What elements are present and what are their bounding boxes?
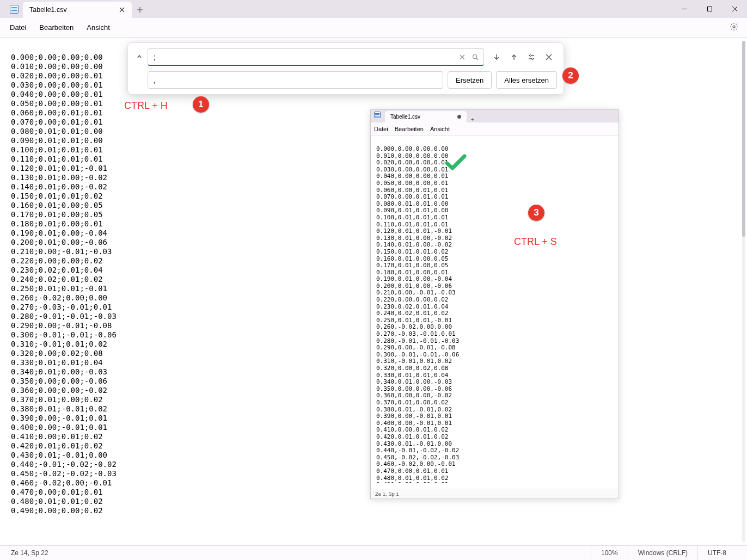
svg-point-4 <box>531 58 533 59</box>
step1-label: CTRL + H <box>124 100 168 112</box>
inset-titlebar: Tabelle1.csv + <box>371 110 619 122</box>
status-line-ending[interactable]: Windows (CRLF) <box>628 546 697 560</box>
close-find-icon[interactable] <box>541 49 557 65</box>
add-tab-button[interactable] <box>132 2 148 18</box>
replace-input[interactable] <box>148 71 443 89</box>
inset-app-icon <box>374 112 383 120</box>
unsaved-indicator-icon <box>457 115 461 119</box>
editor-content[interactable]: 0.000;0.00;0.00;0.00 0.010;0.00;0.00;0.0… <box>0 38 747 545</box>
find-replace-panel: Ersetzen Alles ersetzen <box>127 42 564 95</box>
find-prev-icon[interactable] <box>506 49 522 65</box>
step3-label: CTRL + S <box>514 236 557 248</box>
app-icon <box>5 0 23 18</box>
minimize-button[interactable] <box>672 0 697 18</box>
checkmark-icon <box>445 153 467 175</box>
inset-tab-title: Tabelle1.csv <box>390 114 420 120</box>
inset-menubar: Datei Bearbeiten Ansicht <box>371 122 619 136</box>
tab-title: Tabelle1.csv <box>29 6 67 14</box>
settings-icon[interactable] <box>724 19 744 36</box>
menu-edit[interactable]: Bearbeiten <box>33 20 80 35</box>
editor-text[interactable]: 0.000;0.00;0.00;0.00 0.010;0.00;0.00;0.0… <box>11 53 117 515</box>
menu-view[interactable]: Ansicht <box>80 20 117 35</box>
inset-menu-view[interactable]: Ansicht <box>430 126 450 132</box>
status-cursor-position[interactable]: Ze 14, Sp 22 <box>11 549 48 557</box>
scrollbar-thumb[interactable] <box>742 41 745 237</box>
inset-statusbar: Ze 1, Sp 1 <box>371 489 619 499</box>
window-close-button[interactable] <box>722 0 747 18</box>
inset-menu-file[interactable]: Datei <box>374 126 388 132</box>
step3-badge: 3 <box>528 205 544 221</box>
statusbar: Ze 14, Sp 22 100% Windows (CRLF) UTF-8 <box>0 545 747 560</box>
find-options-icon[interactable] <box>523 49 540 65</box>
svg-rect-0 <box>707 7 712 11</box>
find-input[interactable] <box>148 48 484 66</box>
collapse-icon[interactable] <box>134 48 144 65</box>
inset-add-tab[interactable]: + <box>467 116 479 122</box>
inset-window: Tabelle1.csv + Datei Bearbeiten Ansicht … <box>370 109 619 499</box>
search-icon[interactable] <box>470 52 481 63</box>
status-encoding[interactable]: UTF-8 <box>697 546 736 560</box>
menubar: Datei Bearbeiten Ansicht <box>0 18 747 38</box>
replace-button[interactable]: Ersetzen <box>448 71 492 89</box>
step2-badge: 2 <box>562 67 579 84</box>
status-zoom[interactable]: 100% <box>591 546 628 560</box>
close-tab-icon[interactable] <box>118 5 126 14</box>
svg-point-1 <box>733 26 735 28</box>
find-next-icon[interactable] <box>488 49 505 65</box>
tab-active[interactable]: Tabelle1.csv <box>23 2 132 18</box>
replace-all-button[interactable]: Alles ersetzen <box>496 71 557 89</box>
inset-status-pos: Ze 1, Sp 1 <box>375 491 399 497</box>
maximize-button[interactable] <box>697 0 722 18</box>
inset-menu-edit[interactable]: Bearbeiten <box>395 126 424 132</box>
inset-editor-text[interactable]: 0.000,0.00,0.00,0.00 0.010,0.00,0.00,0.0… <box>371 141 619 483</box>
titlebar: Tabelle1.csv <box>0 0 747 18</box>
clear-find-icon[interactable] <box>457 52 468 63</box>
inset-tab[interactable]: Tabelle1.csv <box>385 111 467 122</box>
step1-badge: 1 <box>193 96 209 113</box>
menu-file[interactable]: Datei <box>3 20 33 35</box>
svg-point-3 <box>529 54 531 56</box>
svg-point-2 <box>473 55 477 59</box>
